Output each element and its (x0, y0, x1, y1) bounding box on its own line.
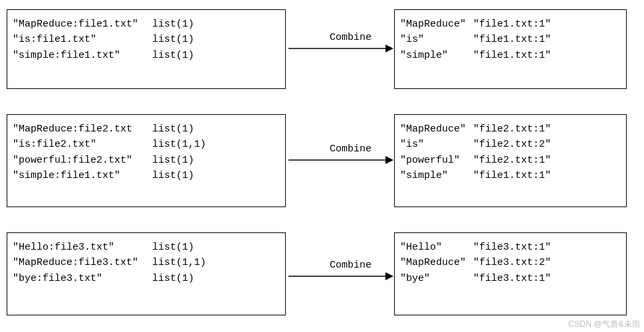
table-row: "MapReduce""file2.txt:1" (400, 122, 621, 137)
kv-key: "bye" (400, 271, 473, 286)
table-row: "bye""file3.txt:1" (400, 271, 621, 286)
table-row: "simple:file1.txt"list(1) (13, 48, 280, 63)
kv-key: "MapReduce:file1.txt" (13, 17, 152, 32)
kv-val: list(1) (152, 32, 194, 47)
input-box-1: "MapReduce:file1.txt"list(1) "is:file1.t… (7, 9, 286, 89)
kv-key: "is:file1.txt" (13, 32, 152, 47)
kv-key: "MapReduce:file2.txt (13, 122, 152, 137)
kv-key: "MapReduce" (400, 255, 473, 270)
kv-key: "simple:file1.txt" (13, 168, 152, 183)
table-row: "powerful:file2.txt"list(1) (13, 153, 280, 168)
kv-key: "bye:file3.txt" (13, 271, 152, 286)
kv-val: "file3.txt:1" (473, 240, 551, 255)
kv-key: "Hello:file3.txt" (13, 240, 152, 255)
arrow-label-1: Combine (330, 32, 372, 43)
input-box-2: "MapReduce:file2.txtlist(1) "is:file2.tx… (7, 114, 286, 207)
kv-val: "file1.txt:1" (473, 17, 551, 32)
kv-key: "simple" (400, 48, 473, 63)
kv-val: "file2.txt:1" (473, 122, 551, 137)
table-row: "MapReduce:file3.txt"list(1,1) (13, 255, 280, 270)
arrow-icon (288, 272, 393, 281)
output-box-3: "Hello""file3.txt:1" "MapReduce""file3.t… (394, 232, 627, 315)
svg-marker-5 (385, 272, 393, 280)
table-row: "Hello""file3.txt:1" (400, 240, 621, 255)
kv-val: list(1) (152, 168, 194, 183)
kv-val: "file1.txt:1" (473, 32, 551, 47)
kv-val: "file3.txt:1" (473, 271, 551, 286)
svg-marker-1 (385, 44, 393, 52)
table-row: "MapReduce:file2.txtlist(1) (13, 122, 280, 137)
diagram-stage: "MapReduce:file1.txt"list(1) "is:file1.t… (0, 0, 644, 332)
table-row: "simple""file1.txt:1" (400, 48, 621, 63)
kv-val: list(1) (152, 240, 194, 255)
table-row: "is""file2.txt:2" (400, 137, 621, 152)
arrow-icon (288, 44, 393, 53)
kv-val: list(1) (152, 271, 194, 286)
table-row: "simple:file1.txt"list(1) (13, 168, 280, 183)
table-row: "MapReduce:file1.txt"list(1) (13, 17, 280, 32)
kv-key: "MapReduce" (400, 122, 473, 137)
kv-val: list(1,1) (152, 255, 206, 270)
kv-val: "file1.txt:1" (473, 168, 551, 183)
output-box-1: "MapReduce""file1.txt:1" "is""file1.txt:… (394, 9, 627, 89)
kv-key: "Hello" (400, 240, 473, 255)
kv-key: "is" (400, 32, 473, 47)
kv-key: "is" (400, 137, 473, 152)
table-row: "simple""file1.txt:1" (400, 168, 621, 183)
kv-val: "file2.txt:1" (473, 153, 551, 168)
arrow-icon (288, 155, 393, 165)
table-row: "powerful""file2.txt:1" (400, 153, 621, 168)
kv-val: "file1.txt:1" (473, 48, 551, 63)
kv-val: "file2.txt:2" (473, 137, 551, 152)
table-row: "MapReduce""file3.txt:2" (400, 255, 621, 270)
arrow-label-2: Combine (330, 143, 372, 155)
kv-key: "MapReduce" (400, 17, 473, 32)
table-row: "Hello:file3.txt"list(1) (13, 240, 280, 255)
kv-key: "simple" (400, 168, 473, 183)
kv-key: "powerful" (400, 153, 473, 168)
kv-val: "file3.txt:2" (473, 255, 551, 270)
kv-key: "powerful:file2.txt" (13, 153, 152, 168)
kv-val: list(1) (152, 17, 194, 32)
input-box-3: "Hello:file3.txt"list(1) "MapReduce:file… (7, 232, 286, 315)
table-row: "is:file2.txt"list(1,1) (13, 137, 280, 152)
watermark-text: CSDN @气质&未雨 (568, 319, 640, 330)
table-row: "bye:file3.txt"list(1) (13, 271, 280, 286)
svg-marker-3 (385, 156, 393, 164)
table-row: "is""file1.txt:1" (400, 32, 621, 47)
table-row: "is:file1.txt"list(1) (13, 32, 280, 47)
kv-val: list(1) (152, 122, 194, 137)
kv-key: "is:file2.txt" (13, 137, 152, 152)
kv-key: "MapReduce:file3.txt" (13, 255, 152, 270)
kv-val: list(1) (152, 153, 194, 168)
kv-key: "simple:file1.txt" (13, 48, 152, 63)
kv-val: list(1,1) (152, 137, 206, 152)
arrow-label-3: Combine (330, 260, 372, 271)
output-box-2: "MapReduce""file2.txt:1" "is""file2.txt:… (394, 114, 627, 207)
table-row: "MapReduce""file1.txt:1" (400, 17, 621, 32)
kv-val: list(1) (152, 48, 194, 63)
